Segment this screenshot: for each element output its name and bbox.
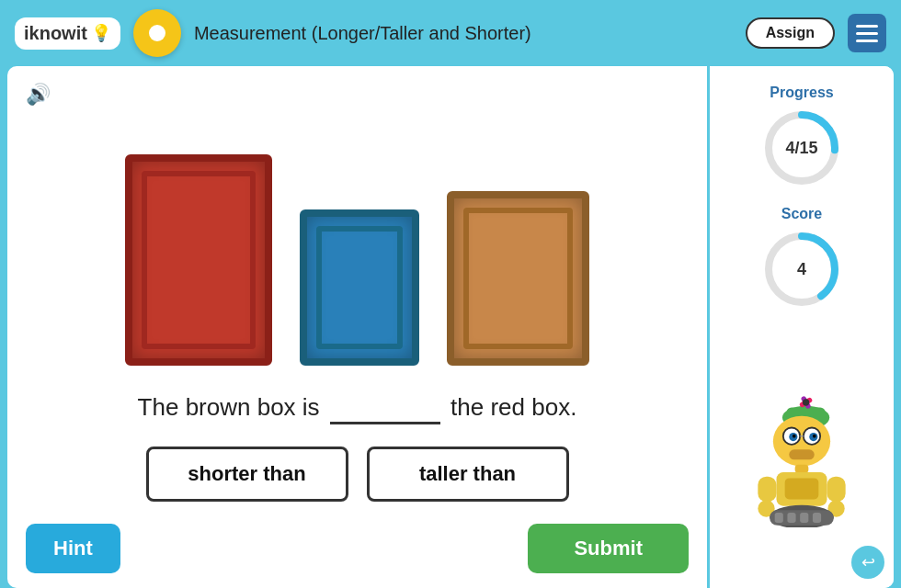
question-suffix: the red box.	[450, 393, 576, 421]
hamburger-line-2	[856, 32, 878, 35]
sidebar: Progress 4/15 Score 4	[710, 66, 894, 588]
main-container: 🔊 The brown box is the red box. shorter …	[7, 66, 894, 588]
answer-choices: shorter than taller than	[26, 447, 689, 502]
back-button[interactable]: ↩	[851, 546, 884, 579]
progress-ring: 4/15	[760, 107, 843, 189]
question-prefix: The brown box is	[138, 393, 320, 421]
header: iknowit 💡 Measurement (Longer/Taller and…	[0, 0, 901, 66]
svg-point-15	[813, 435, 816, 438]
score-section: Score 4	[760, 206, 843, 311]
svg-point-14	[793, 435, 796, 438]
menu-button[interactable]	[848, 14, 886, 52]
svg-rect-22	[827, 477, 845, 502]
blue-box	[300, 209, 419, 366]
bottom-row: Hint Submit	[26, 524, 689, 573]
svg-point-8	[803, 400, 809, 406]
hint-button[interactable]: Hint	[26, 524, 120, 573]
svg-rect-29	[800, 513, 808, 523]
score-ring: 4	[760, 228, 843, 311]
progress-value: 4/15	[785, 139, 817, 158]
svg-rect-28	[787, 513, 795, 523]
submit-button[interactable]: Submit	[528, 524, 689, 573]
sound-button[interactable]: 🔊	[26, 83, 689, 107]
question-text: The brown box is the red box.	[26, 393, 689, 424]
bulb-icon: 💡	[91, 23, 111, 43]
back-icon: ↩	[861, 552, 875, 572]
score-label: Score	[760, 206, 843, 222]
svg-rect-17	[789, 450, 814, 460]
progress-section: Progress 4/15	[760, 85, 843, 189]
choice-taller-than[interactable]: taller than	[367, 447, 569, 502]
progress-label: Progress	[760, 85, 843, 101]
logo-text: iknowit	[24, 23, 87, 44]
question-blank	[330, 393, 440, 424]
svg-rect-30	[813, 513, 821, 523]
title-circle-decoration	[133, 9, 181, 57]
hamburger-line-3	[856, 40, 878, 42]
score-value: 4	[797, 260, 806, 279]
brown-box	[447, 191, 589, 366]
red-box	[125, 154, 272, 366]
svg-rect-21	[758, 477, 776, 502]
page-title: Measurement (Longer/Taller and Shorter)	[194, 23, 733, 44]
svg-rect-20	[785, 479, 819, 500]
logo: iknowit 💡	[15, 17, 120, 50]
assign-button[interactable]: Assign	[746, 17, 835, 49]
svg-rect-27	[775, 513, 783, 523]
choice-shorter-than[interactable]: shorter than	[146, 447, 348, 502]
title-circle-inner	[149, 25, 165, 41]
robot-svg	[751, 392, 852, 527]
content-area: 🔊 The brown box is the red box. shorter …	[7, 66, 710, 588]
hamburger-line-1	[856, 25, 878, 28]
robot-character	[751, 327, 852, 537]
boxes-display	[26, 116, 689, 366]
svg-rect-18	[795, 465, 809, 473]
